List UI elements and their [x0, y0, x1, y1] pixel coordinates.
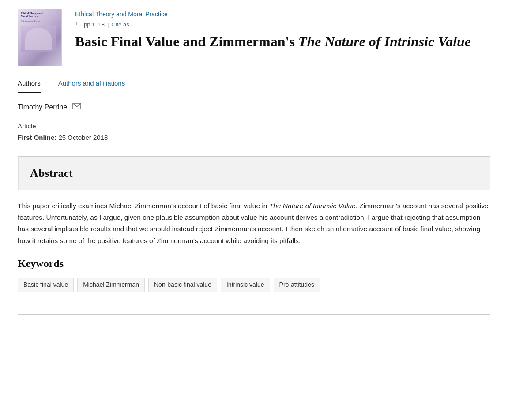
dot-leader: └·· [75, 21, 81, 29]
keyword-tag[interactable]: Michael Zimmerman [77, 278, 145, 292]
abstract-text-intro: This paper critically examines Michael Z… [18, 202, 269, 210]
cover-title: Ethical Theory andMoral Practice [21, 12, 43, 18]
tab-affiliations[interactable]: Authors and affiliations [58, 75, 125, 93]
pipe-separator: | [107, 20, 109, 29]
abstract-text-italic: The Nature of Intrinsic Value [269, 202, 356, 210]
abstract-text: This paper critically examines Michael Z… [18, 200, 490, 247]
keyword-tag[interactable]: Intrinsic value [221, 278, 270, 292]
abstract-section: Abstract [18, 157, 490, 190]
journal-cover: Ethical Theory andMoral Practice An Inte… [18, 9, 62, 66]
first-online-label: First Online: [18, 134, 56, 141]
email-icon[interactable] [72, 102, 81, 112]
journal-link[interactable]: Ethical Theory and Moral Practice [75, 11, 168, 18]
cover-subtitle: An International Forum [21, 20, 40, 23]
article-title-italic: The Nature of Intrinsic Value [298, 34, 471, 49]
top-section: Ethical Theory andMoral Practice An Inte… [18, 9, 490, 66]
meta-section: Ethical Theory and Moral Practice └·· pp… [75, 9, 490, 61]
article-meta: Article First Online: 25 October 2018 [18, 121, 490, 143]
keywords-title: Keywords [18, 255, 490, 271]
author-entry: Timothy Perrine [18, 102, 490, 112]
article-type: Article [18, 121, 490, 131]
author-name: Timothy Perrine [18, 102, 67, 112]
cover-decoration [21, 26, 56, 52]
keyword-tag[interactable]: Basic final value [18, 278, 74, 292]
tabs-container: Authors Authors and affiliations [18, 75, 490, 93]
first-online: First Online: 25 October 2018 [18, 133, 490, 143]
keyword-tag[interactable]: Non-basic final value [148, 278, 217, 292]
keywords-section: Keywords Basic final valueMichael Zimmer… [18, 255, 490, 301]
tab-authors[interactable]: Authors [18, 75, 41, 93]
bottom-divider [18, 314, 490, 315]
pages-line: └·· pp 1–18 | Cite as [75, 20, 490, 29]
article-title-part1: Basic Final Value and Zimmerman's [75, 34, 298, 49]
page-container: Ethical Theory andMoral Practice An Inte… [0, 0, 508, 323]
abstract-title: Abstract [30, 165, 480, 182]
article-title: Basic Final Value and Zimmerman's The Na… [75, 33, 490, 50]
keywords-list: Basic final valueMichael ZimmermanNon-ba… [18, 278, 490, 292]
cite-link[interactable]: Cite as [111, 20, 129, 29]
keyword-tag[interactable]: Pro-attitudes [274, 278, 320, 292]
first-online-date: 25 October 2018 [59, 134, 108, 141]
pages-text: pp 1–18 [84, 20, 105, 29]
